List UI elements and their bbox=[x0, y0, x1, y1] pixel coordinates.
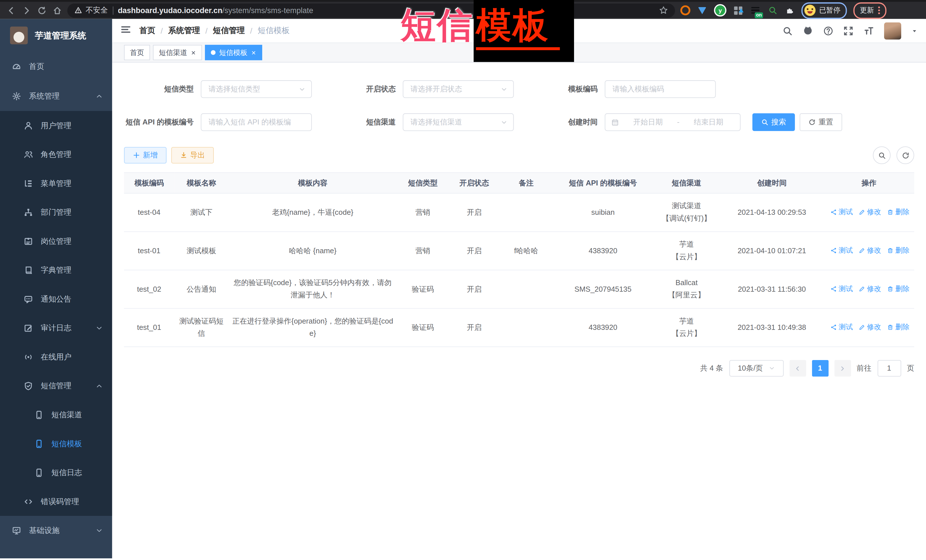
warning-icon bbox=[74, 6, 82, 14]
sidebar-item-role-mgmt[interactable]: 角色管理 bbox=[0, 140, 112, 169]
delete-link[interactable]: 删除 bbox=[887, 282, 909, 295]
shield-check-icon bbox=[24, 381, 33, 391]
delete-link[interactable]: 删除 bbox=[887, 244, 909, 257]
browser-menu-icon[interactable] bbox=[878, 6, 880, 14]
sidebar-item-audit-log[interactable]: 审计日志 bbox=[0, 313, 112, 343]
extension-magnifier-icon[interactable] bbox=[767, 5, 778, 16]
sidebar-item-system-mgmt[interactable]: 系统管理 bbox=[0, 82, 112, 111]
close-icon[interactable] bbox=[191, 50, 196, 55]
status-select[interactable] bbox=[403, 80, 514, 98]
edit-link[interactable]: 修改 bbox=[859, 206, 881, 218]
end-date-placeholder[interactable]: 结束日期 bbox=[683, 117, 734, 127]
status-input[interactable] bbox=[409, 84, 497, 94]
tab-sms-template[interactable]: 短信模板 bbox=[205, 45, 262, 60]
sidebar-item-post-mgmt[interactable]: 岗位管理 bbox=[0, 227, 112, 256]
url-path: /system/sms/sms-template bbox=[222, 6, 313, 15]
goto-page-input[interactable] bbox=[877, 360, 901, 377]
app-logo[interactable]: 芋道管理系统 bbox=[0, 19, 112, 52]
sms-type-select[interactable] bbox=[201, 80, 312, 98]
share-icon bbox=[830, 208, 837, 215]
sidebar-item-user-mgmt[interactable]: 用户管理 bbox=[0, 111, 112, 140]
template-code-input[interactable] bbox=[611, 84, 710, 94]
sidebar-item-home[interactable]: 首页 bbox=[0, 52, 112, 82]
extension-y-icon[interactable]: y bbox=[714, 4, 726, 17]
edit-link[interactable]: 修改 bbox=[859, 244, 881, 257]
browser-profile-chip[interactable]: 已暂停 bbox=[802, 2, 847, 18]
extension-grid-icon[interactable] bbox=[733, 5, 743, 16]
col-template-name: 模板名称 bbox=[174, 173, 228, 193]
tab-home[interactable]: 首页 bbox=[124, 45, 150, 60]
font-size-icon[interactable] bbox=[863, 25, 874, 36]
github-icon[interactable] bbox=[803, 25, 813, 36]
sidebar-collapse-icon[interactable] bbox=[121, 24, 131, 37]
sidebar-item-dict-mgmt[interactable]: 字典管理 bbox=[0, 255, 112, 285]
page-size-select[interactable]: 10条/页 bbox=[729, 360, 784, 377]
help-icon[interactable] bbox=[823, 26, 834, 36]
start-date-placeholder[interactable]: 开始日期 bbox=[622, 117, 673, 127]
caret-down-icon[interactable] bbox=[911, 27, 918, 34]
search-icon[interactable] bbox=[783, 26, 793, 36]
address-bar[interactable]: 不安全 dashboard.yudao.iocoder.cn/system/sm… bbox=[67, 3, 675, 17]
tab-sms-channel[interactable]: 短信渠道 bbox=[153, 45, 202, 60]
test-link[interactable]: 测试 bbox=[830, 244, 853, 257]
toggle-search-button[interactable] bbox=[873, 146, 891, 164]
close-icon[interactable] bbox=[251, 50, 257, 55]
extension-ring-icon[interactable] bbox=[680, 5, 690, 16]
sidebar-item-infrastructure[interactable]: 基础设施 bbox=[0, 516, 112, 545]
refresh-table-button[interactable] bbox=[896, 146, 914, 164]
sidebar-item-menu-mgmt[interactable]: 菜单管理 bbox=[0, 169, 112, 198]
fullscreen-icon[interactable] bbox=[843, 26, 853, 36]
bookmark-star-icon[interactable] bbox=[659, 6, 668, 15]
browser-reload-icon[interactable] bbox=[36, 5, 47, 16]
template-code-field[interactable] bbox=[605, 80, 716, 98]
breadcrumb-system[interactable]: 系统管理 bbox=[168, 25, 200, 36]
sidebar-item-errorcode-mgmt[interactable]: 错误码管理 bbox=[0, 487, 112, 516]
edit-link[interactable]: 修改 bbox=[859, 282, 881, 295]
sms-type-input[interactable] bbox=[207, 84, 295, 94]
goto-suffix: 页 bbox=[907, 363, 914, 373]
sidebar-item-online-users[interactable]: 在线用户 bbox=[0, 343, 112, 371]
delete-link[interactable]: 删除 bbox=[887, 321, 909, 333]
sidebar-item-dept-mgmt[interactable]: 部门管理 bbox=[0, 198, 112, 227]
channel-input[interactable] bbox=[409, 117, 497, 127]
toolbar-right bbox=[873, 146, 914, 164]
breadcrumb-home[interactable]: 首页 bbox=[139, 25, 155, 36]
next-page-button[interactable] bbox=[834, 360, 851, 377]
browser-back-icon[interactable] bbox=[6, 5, 17, 16]
api-template-id-field[interactable] bbox=[201, 113, 312, 131]
page-number-1[interactable]: 1 bbox=[812, 360, 828, 377]
user-icon bbox=[24, 121, 33, 130]
sidebar-item-sms-template[interactable]: 短信模板 bbox=[0, 429, 112, 458]
delete-link[interactable]: 删除 bbox=[887, 206, 909, 218]
chevron-down-icon bbox=[501, 119, 507, 125]
page-content: 短信类型 开启状态 模板编码 bbox=[112, 63, 926, 558]
overlay-text-part2: 模板 bbox=[476, 8, 560, 50]
sidebar-item-sms-log[interactable]: 短信日志 bbox=[0, 458, 112, 487]
sidebar-item-sms-channel[interactable]: 短信渠道 bbox=[0, 400, 112, 429]
api-template-id-input[interactable] bbox=[207, 117, 305, 127]
sidebar-item-notice[interactable]: 通知公告 bbox=[0, 285, 112, 314]
edit-link[interactable]: 修改 bbox=[859, 321, 881, 333]
browser-forward-icon[interactable] bbox=[21, 5, 32, 16]
export-button[interactable]: 导出 bbox=[171, 147, 214, 163]
extensions-puzzle-icon[interactable] bbox=[784, 5, 795, 16]
badge-icon bbox=[24, 236, 33, 246]
reset-button[interactable]: 重置 bbox=[800, 113, 842, 131]
extension-list-icon[interactable]: on bbox=[750, 5, 761, 16]
browser-home-icon[interactable] bbox=[52, 5, 62, 16]
security-chip[interactable]: 不安全 bbox=[74, 5, 108, 15]
extension-pin-icon[interactable] bbox=[697, 5, 707, 16]
prev-page-button[interactable] bbox=[789, 360, 806, 377]
browser-update-button[interactable]: 更新 bbox=[853, 2, 887, 18]
filter-sms-type: 短信类型 bbox=[124, 80, 312, 98]
test-link[interactable]: 测试 bbox=[830, 206, 853, 218]
sidebar-item-sms-mgmt[interactable]: 短信管理 bbox=[0, 371, 112, 400]
search-button[interactable]: 搜索 bbox=[752, 113, 795, 131]
user-avatar[interactable] bbox=[884, 22, 901, 39]
add-button[interactable]: 新增 bbox=[124, 147, 166, 163]
test-link[interactable]: 测试 bbox=[830, 321, 853, 333]
channel-select[interactable] bbox=[403, 113, 514, 131]
date-range-picker[interactable]: 开始日期 - 结束日期 bbox=[605, 113, 741, 131]
test-link[interactable]: 测试 bbox=[830, 282, 853, 295]
breadcrumb-sms[interactable]: 短信管理 bbox=[213, 25, 245, 36]
